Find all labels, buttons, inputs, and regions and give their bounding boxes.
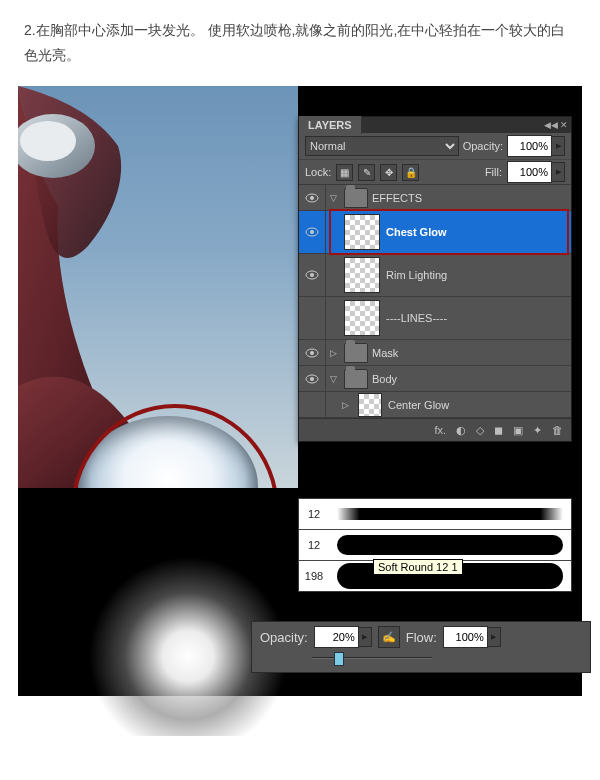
link-icon[interactable]: ✦ <box>533 424 542 437</box>
visibility-toggle[interactable] <box>299 340 326 365</box>
group-icon[interactable]: ◼ <box>494 424 503 437</box>
brush-size: 198 <box>299 570 329 582</box>
folder-icon <box>344 369 368 389</box>
brush-size: 12 <box>299 508 329 520</box>
new-layer-icon[interactable]: ▣ <box>513 424 523 437</box>
lock-position-icon[interactable]: ✥ <box>380 164 397 181</box>
fx-icon[interactable]: fx. <box>434 424 446 436</box>
screenshot-composite: LAYERS ◀◀ ✕ Normal Opacity: ▶ Lock: ▦ ✎ … <box>18 86 582 736</box>
layer-label: Mask <box>372 347 398 359</box>
group-effects[interactable]: ▽ EFFECTS <box>299 185 571 211</box>
flow-label: Flow: <box>406 630 437 645</box>
layer-thumbnail[interactable] <box>344 300 380 336</box>
lock-paint-icon[interactable]: ✎ <box>358 164 375 181</box>
brush-opacity-input[interactable] <box>314 626 359 648</box>
svg-point-3 <box>310 196 314 200</box>
layer-thumbnail[interactable] <box>358 393 382 417</box>
flow-input[interactable] <box>443 626 488 648</box>
brush-row[interactable]: 12 <box>299 530 571 561</box>
lock-all-icon[interactable]: 🔒 <box>402 164 419 181</box>
layers-footer: fx. ◐ ◇ ◼ ▣ ✦ 🗑 <box>299 418 571 441</box>
visibility-toggle[interactable] <box>299 254 326 296</box>
brush-preset-list: 12 12 198 Soft Round 12 1 <box>298 498 572 592</box>
fill-label: Fill: <box>485 166 502 178</box>
layer-label: Rim Lighting <box>386 269 447 281</box>
adjustment-icon[interactable]: ◇ <box>476 424 484 437</box>
disclosure-triangle-icon[interactable]: ▽ <box>326 193 340 203</box>
brush-opacity-label: Opacity: <box>260 630 308 645</box>
svg-point-1 <box>20 121 76 161</box>
lock-label: Lock: <box>305 166 331 178</box>
folder-icon <box>344 343 368 363</box>
visibility-toggle[interactable] <box>299 366 326 391</box>
visibility-toggle[interactable] <box>299 297 326 339</box>
brush-options-bar: Opacity: ▶ ✍ Flow: ▶ <box>251 621 591 673</box>
instruction-text: 2.在胸部中心添加一块发光。 使用软边喷枪,就像之前的阳光,在中心轻拍在一个较大… <box>0 0 600 86</box>
layer-thumbnail[interactable] <box>344 214 380 250</box>
brush-tooltip: Soft Round 12 1 <box>373 559 463 575</box>
disclosure-triangle-icon[interactable]: ▽ <box>326 374 340 384</box>
brush-row[interactable]: 12 <box>299 499 571 530</box>
svg-point-9 <box>310 351 314 355</box>
blend-mode-select[interactable]: Normal <box>305 136 459 156</box>
panel-tab-bar: LAYERS ◀◀ ✕ <box>299 117 571 133</box>
close-panel-icon[interactable]: ✕ <box>558 120 569 131</box>
folder-icon <box>344 188 368 208</box>
flow-flyout-icon[interactable]: ▶ <box>488 627 501 647</box>
visibility-toggle[interactable] <box>299 185 326 210</box>
visibility-toggle[interactable] <box>299 392 326 417</box>
fill-input[interactable] <box>507 161 552 183</box>
svg-point-7 <box>310 273 314 277</box>
opacity-label: Opacity: <box>463 140 503 152</box>
svg-point-11 <box>310 377 314 381</box>
lock-transparency-icon[interactable]: ▦ <box>336 164 353 181</box>
layer-label: Center Glow <box>388 399 449 411</box>
layer-center-glow[interactable]: ▷ Center Glow <box>299 392 571 418</box>
brush-size: 12 <box>299 539 329 551</box>
layer-rim-lighting[interactable]: Rim Lighting <box>299 254 571 297</box>
group-mask[interactable]: ▷ Mask <box>299 340 571 366</box>
minimize-icon[interactable]: ◀◀ <box>545 120 556 131</box>
svg-point-5 <box>310 230 314 234</box>
disclosure-triangle-icon[interactable]: ▷ <box>326 348 340 358</box>
brush-stroke-preview <box>337 508 563 520</box>
slider-thumb[interactable] <box>334 652 344 666</box>
fill-flyout-icon[interactable]: ▶ <box>552 162 565 182</box>
layer-chest-glow[interactable]: Chest Glow <box>299 211 571 254</box>
layer-opacity-input[interactable] <box>507 135 552 157</box>
airbrush-icon[interactable]: ✍ <box>378 626 400 648</box>
layer-label: ----LINES---- <box>386 312 447 324</box>
layers-tab[interactable]: LAYERS <box>299 116 362 134</box>
layer-list: ▽ EFFECTS Chest Glow Rim Lighting <box>299 185 571 418</box>
opacity-flyout-icon[interactable]: ▶ <box>359 627 372 647</box>
visibility-toggle[interactable] <box>299 211 326 253</box>
mask-icon[interactable]: ◐ <box>456 424 466 437</box>
trash-icon[interactable]: 🗑 <box>552 424 563 436</box>
disclosure-triangle-icon[interactable]: ▷ <box>338 400 352 410</box>
layer-thumbnail[interactable] <box>344 257 380 293</box>
layer-lines[interactable]: ----LINES---- <box>299 297 571 340</box>
layers-panel: LAYERS ◀◀ ✕ Normal Opacity: ▶ Lock: ▦ ✎ … <box>298 116 572 442</box>
layer-label: Chest Glow <box>386 226 447 238</box>
opacity-flyout-icon[interactable]: ▶ <box>552 136 565 156</box>
layer-label: EFFECTS <box>372 192 422 204</box>
opacity-slider[interactable] <box>260 651 582 665</box>
layer-label: Body <box>372 373 397 385</box>
group-body[interactable]: ▽ Body <box>299 366 571 392</box>
brush-stroke-preview <box>337 535 563 555</box>
